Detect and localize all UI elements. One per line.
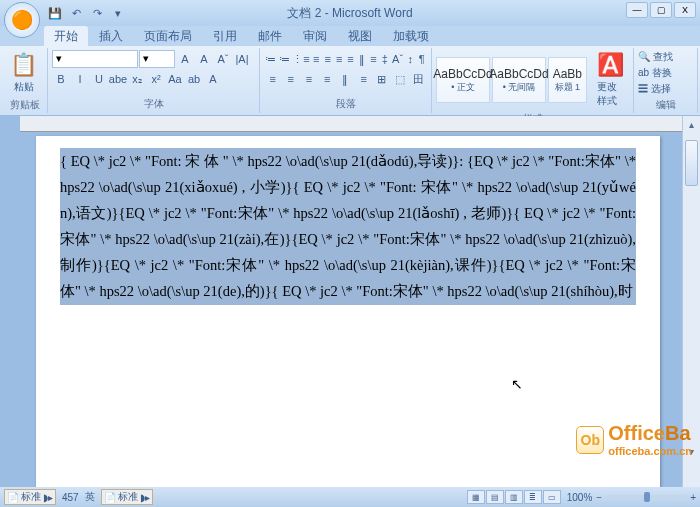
font-family-select[interactable]: ▾ <box>52 50 138 68</box>
para-btn-r1-7[interactable]: ‖ <box>357 50 367 68</box>
select-button[interactable]: ☰ 选择 <box>638 82 693 96</box>
scroll-thumb[interactable] <box>685 140 698 186</box>
para-btn-r2-5[interactable]: ≡ <box>355 70 372 88</box>
font-color-button[interactable]: A <box>204 70 222 88</box>
change-case-button[interactable]: Aa <box>166 70 184 88</box>
horizontal-ruler[interactable] <box>20 116 682 132</box>
status-lang[interactable]: 英 <box>85 490 95 504</box>
paste-label: 粘贴 <box>14 80 34 94</box>
para-btn-r2-2[interactable]: ≡ <box>300 70 317 88</box>
group-clipboard-label: 剪贴板 <box>6 98 43 112</box>
clipboard-icon: 📋 <box>10 52 37 78</box>
watermark-logo-icon: Ob <box>576 426 604 454</box>
tab-home[interactable]: 开始 <box>44 26 88 46</box>
paste-button[interactable]: 📋 粘贴 <box>6 50 41 96</box>
view-print-icon[interactable]: ▦ <box>467 490 485 504</box>
tab-mail[interactable]: 邮件 <box>248 26 292 46</box>
clear-format-button[interactable]: Aˇ <box>214 50 232 68</box>
para-btn-r1-11[interactable]: ↕ <box>405 50 415 68</box>
zoom-out-button[interactable]: − <box>596 492 602 503</box>
group-para-label: 段落 <box>264 97 427 111</box>
view-web-icon[interactable]: ▥ <box>505 490 523 504</box>
para-btn-r2-4[interactable]: ‖ <box>337 70 354 88</box>
selected-text[interactable]: { EQ \* jc2 \* "Font: 宋 体 " \* hps22 \o\… <box>60 148 636 305</box>
zoom-pct[interactable]: 100% <box>567 492 593 503</box>
zoom-in-button[interactable]: + <box>690 492 696 503</box>
scroll-up-icon[interactable]: ▴ <box>683 116 700 132</box>
para-btn-r2-1[interactable]: ≡ <box>282 70 299 88</box>
font-size-select[interactable]: ▾ <box>139 50 175 68</box>
para-btn-r1-4[interactable]: ≡ <box>322 50 332 68</box>
para-btn-r1-3[interactable]: ≡ <box>311 50 321 68</box>
underline-button[interactable]: U <box>90 70 108 88</box>
tab-review[interactable]: 审阅 <box>293 26 337 46</box>
change-style-icon: 🅰️ <box>597 52 624 78</box>
style-item[interactable]: AaBb标题 1 <box>548 57 587 103</box>
para-btn-r1-9[interactable]: ‡ <box>380 50 390 68</box>
document-page[interactable]: { EQ \* jc2 \* "Font: 宋 体 " \* hps22 \o\… <box>36 136 660 487</box>
para-btn-r1-10[interactable]: Aˇ <box>391 50 404 68</box>
para-btn-r1-0[interactable]: ≔ <box>264 50 277 68</box>
para-btn-r1-5[interactable]: ≡ <box>334 50 344 68</box>
italic-button[interactable]: I <box>71 70 89 88</box>
style-item[interactable]: AaBbCcDd• 无间隔 <box>492 57 546 103</box>
qat-undo-icon[interactable]: ↶ <box>67 4 85 22</box>
qat-redo-icon[interactable]: ↷ <box>88 4 106 22</box>
status-tag-1[interactable]: 📄标准◗▸ <box>4 489 56 505</box>
window-title: 文档 2 - Microsoft Word <box>287 5 412 22</box>
replace-button[interactable]: ab 替换 <box>638 66 693 80</box>
subscript-button[interactable]: x₂ <box>128 70 146 88</box>
close-button[interactable]: X <box>674 2 696 18</box>
office-button[interactable]: 🟠 <box>4 2 40 38</box>
watermark: Ob OfficeBa officeba.com.cn <box>576 422 692 457</box>
tab-reference[interactable]: 引用 <box>203 26 247 46</box>
para-btn-r1-1[interactable]: ≔ <box>278 50 291 68</box>
qat-more-icon[interactable]: ▾ <box>109 4 127 22</box>
para-btn-r1-8[interactable]: ≡ <box>368 50 378 68</box>
minimize-button[interactable]: — <box>626 2 648 18</box>
view-read-icon[interactable]: ▤ <box>486 490 504 504</box>
change-style-button[interactable]: 🅰️ 更改样式 <box>593 50 629 110</box>
tab-insert[interactable]: 插入 <box>89 26 133 46</box>
group-font-label: 字体 <box>52 97 255 111</box>
bold-button[interactable]: B <box>52 70 70 88</box>
shrink-font-button[interactable]: A <box>195 50 213 68</box>
style-item[interactable]: AaBbCcDd• 正文 <box>436 57 490 103</box>
zoom-slider[interactable] <box>606 495 686 499</box>
view-draft-icon[interactable]: ▭ <box>543 490 561 504</box>
maximize-button[interactable]: ▢ <box>650 2 672 18</box>
tab-layout[interactable]: 页面布局 <box>134 26 202 46</box>
grow-font-button[interactable]: A <box>176 50 194 68</box>
para-btn-r2-0[interactable]: ≡ <box>264 70 281 88</box>
para-btn-r2-7[interactable]: ⬚ <box>392 70 409 88</box>
superscript-button[interactable]: x² <box>147 70 165 88</box>
highlight-button[interactable]: ab <box>185 70 203 88</box>
view-outline-icon[interactable]: ≣ <box>524 490 542 504</box>
tab-addins[interactable]: 加载项 <box>383 26 439 46</box>
change-style-label: 更改样式 <box>597 80 625 108</box>
tab-view[interactable]: 视图 <box>338 26 382 46</box>
char-border-button[interactable]: |A| <box>233 50 251 68</box>
find-button[interactable]: 🔍 查找 <box>638 50 693 64</box>
para-btn-r1-12[interactable]: ¶ <box>417 50 427 68</box>
para-btn-r2-6[interactable]: ⊞ <box>373 70 390 88</box>
status-tag-2[interactable]: 📄标准◗▸ <box>101 489 153 505</box>
qat-save-icon[interactable]: 💾 <box>46 4 64 22</box>
para-btn-r1-6[interactable]: ≡ <box>345 50 355 68</box>
strike-button[interactable]: abe <box>109 70 127 88</box>
para-btn-r2-8[interactable]: 田 <box>410 70 427 88</box>
para-btn-r1-2[interactable]: ⋮≡ <box>292 50 310 68</box>
para-btn-r2-3[interactable]: ≡ <box>319 70 336 88</box>
status-count: 457 <box>62 492 79 503</box>
group-edit-label: 编辑 <box>638 98 693 112</box>
